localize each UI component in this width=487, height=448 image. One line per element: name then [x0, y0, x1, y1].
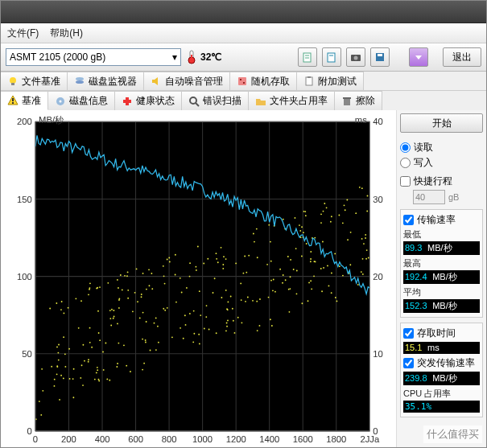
svg-point-165	[97, 310, 99, 312]
tab-benchmark[interactable]: 基准	[1, 91, 48, 110]
svg-text:200: 200	[17, 117, 32, 126]
write-radio[interactable]	[400, 158, 411, 168]
tab-disk-info[interactable]: 磁盘信息	[48, 91, 115, 110]
tab-aam[interactable]: 自动噪音管理	[144, 72, 230, 90]
svg-point-142	[270, 261, 272, 262]
svg-point-162	[141, 294, 142, 295]
svg-point-348	[296, 270, 298, 272]
thermometer-icon	[186, 50, 197, 64]
tab-extra-tests[interactable]: 附加测试	[297, 72, 364, 90]
svg-point-144	[113, 318, 114, 319]
svg-point-336	[315, 261, 316, 262]
copy-text-button[interactable]	[298, 47, 317, 67]
svg-point-72	[222, 264, 224, 265]
menu-help[interactable]: 帮助(H)	[50, 27, 83, 40]
svg-point-192	[237, 317, 239, 319]
exit-button[interactable]: 退出	[443, 47, 481, 67]
menu-file[interactable]: 文件(F)	[7, 27, 39, 40]
svg-point-369	[145, 342, 147, 343]
svg-point-278	[226, 326, 228, 327]
svg-point-353	[64, 366, 66, 368]
screenshot-button[interactable]	[346, 47, 365, 67]
svg-text:1200: 1200	[226, 434, 246, 444]
svg-point-277	[199, 343, 200, 344]
svg-point-330	[82, 384, 84, 386]
tab-folder-usage[interactable]: 文件夹占用率	[249, 91, 335, 110]
watermark: 什么值得买	[423, 425, 482, 443]
svg-rect-30	[343, 97, 351, 99]
svg-point-335	[142, 339, 143, 340]
svg-point-225	[365, 234, 366, 236]
svg-point-196	[58, 360, 60, 361]
svg-point-302	[49, 308, 51, 310]
svg-point-243	[226, 323, 228, 324]
svg-point-280	[111, 309, 113, 310]
svg-point-209	[235, 263, 237, 265]
svg-point-171	[113, 310, 114, 311]
tab-random-access[interactable]: 随机存取	[230, 72, 297, 90]
svg-point-99	[223, 256, 225, 257]
svg-point-296	[56, 346, 58, 347]
svg-point-289	[164, 283, 166, 285]
tab-row-upper: 文件基准 磁盘监视器 自动噪音管理 随机存取 附加测试	[1, 72, 486, 91]
svg-point-148	[185, 324, 187, 326]
svg-point-244	[290, 259, 291, 261]
device-dropdown[interactable]: ASMT 2105 (2000 gB) ▾	[6, 48, 181, 66]
svg-text:200: 200	[61, 434, 76, 444]
svg-point-239	[342, 275, 344, 277]
start-button[interactable]: 开始	[400, 113, 483, 133]
svg-point-182	[142, 369, 143, 371]
burst-rate-checkbox[interactable]	[403, 358, 414, 368]
svg-point-130	[293, 269, 295, 270]
warning-icon	[7, 95, 19, 106]
svg-point-308	[216, 332, 217, 334]
svg-point-183	[330, 221, 332, 223]
svg-text:400: 400	[95, 434, 110, 444]
svg-point-88	[149, 285, 151, 286]
short-stroke-checkbox[interactable]	[400, 176, 411, 187]
svg-point-319	[287, 256, 289, 257]
svg-point-151	[304, 211, 306, 212]
svg-point-154	[124, 275, 126, 277]
save-button[interactable]	[370, 47, 390, 67]
svg-point-207	[58, 344, 60, 346]
svg-point-350	[216, 253, 217, 254]
tab-disk-monitor[interactable]: 磁盘监视器	[68, 72, 144, 90]
svg-point-305	[97, 369, 98, 371]
svg-point-316	[155, 317, 157, 319]
transfer-rate-checkbox[interactable]	[403, 215, 414, 225]
svg-point-355	[295, 217, 296, 219]
tab-error-scan[interactable]: 错误扫描	[182, 91, 249, 110]
svg-point-341	[314, 237, 316, 239]
copy-info-button[interactable]	[322, 47, 341, 67]
svg-rect-22	[12, 102, 14, 104]
svg-point-267	[127, 298, 129, 299]
svg-point-84	[180, 277, 181, 279]
tab-health[interactable]: 健康状态	[115, 91, 182, 110]
svg-point-346	[334, 253, 336, 254]
read-radio[interactable]	[400, 142, 411, 153]
options-button[interactable]	[409, 47, 428, 67]
svg-point-282	[118, 299, 120, 301]
svg-point-78	[96, 372, 97, 373]
svg-point-338	[81, 364, 83, 366]
svg-point-352	[88, 294, 89, 295]
svg-point-172	[313, 275, 315, 277]
svg-point-159	[181, 292, 183, 294]
svg-point-98	[142, 312, 144, 314]
svg-point-204	[145, 339, 147, 341]
svg-point-337	[346, 199, 348, 201]
svg-text:100: 100	[17, 272, 32, 282]
tab-file-benchmark[interactable]: 文件基准	[1, 72, 68, 90]
svg-point-161	[118, 298, 120, 300]
svg-point-150	[171, 336, 173, 338]
svg-point-217	[299, 224, 300, 226]
svg-point-82	[259, 325, 261, 327]
svg-point-137	[320, 213, 322, 215]
svg-point-262	[256, 301, 258, 302]
svg-point-188	[72, 397, 74, 398]
svg-point-116	[84, 360, 85, 362]
access-time-checkbox[interactable]	[403, 328, 414, 339]
dice-icon	[237, 76, 248, 87]
tab-erase[interactable]: 擦除	[335, 91, 382, 110]
